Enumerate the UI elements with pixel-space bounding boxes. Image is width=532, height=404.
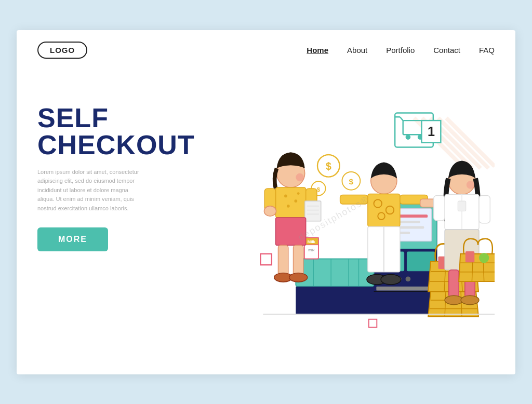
svg-point-60 <box>284 194 287 197</box>
svg-point-100 <box>461 295 479 304</box>
svg-point-63 <box>297 192 300 195</box>
svg-point-61 <box>294 199 297 203</box>
nav-contact[interactable]: Contact <box>433 46 460 55</box>
svg-text:milk: milk <box>308 248 315 251</box>
scene-svg: $ $ $ 1 <box>172 84 495 354</box>
svg-rect-95 <box>434 195 445 220</box>
main-content: SELF CHECKOUT Lorem ipsum dolor sit amet… <box>17 68 515 374</box>
svg-line-15 <box>400 117 403 120</box>
navigation: Home About Portfolio Contact FAQ <box>307 46 495 55</box>
svg-rect-6 <box>369 319 377 327</box>
svg-point-88 <box>381 274 401 284</box>
svg-point-17 <box>406 134 411 140</box>
svg-rect-59 <box>276 187 306 217</box>
svg-rect-33 <box>376 286 432 290</box>
illustration: depositphotos® $ <box>172 84 495 354</box>
left-panel: SELF CHECKOUT Lorem ipsum dolor sit amet… <box>37 84 172 354</box>
header: LOGO Home About Portfolio Contact FAQ <box>17 30 515 68</box>
svg-rect-72 <box>276 218 306 245</box>
svg-point-62 <box>287 204 290 207</box>
svg-point-99 <box>445 295 463 304</box>
hero-description: Lorem ipsum dolor sit amet, consectetur … <box>37 168 141 213</box>
svg-rect-40 <box>296 286 374 314</box>
svg-rect-97 <box>449 270 459 297</box>
svg-rect-83 <box>340 195 368 204</box>
svg-point-106 <box>479 252 489 262</box>
svg-rect-105 <box>466 251 474 262</box>
svg-point-90 <box>467 181 475 189</box>
more-button[interactable]: MORE <box>37 227 108 251</box>
svg-rect-78 <box>368 194 400 226</box>
svg-text:$: $ <box>349 177 354 186</box>
svg-rect-73 <box>278 245 288 275</box>
svg-point-76 <box>289 273 308 281</box>
page-wrapper: LOGO Home About Portfolio Contact FAQ SE… <box>17 30 515 374</box>
svg-text:$: $ <box>326 160 331 172</box>
nav-home[interactable]: Home <box>307 46 328 55</box>
svg-text:1: 1 <box>428 124 435 139</box>
nav-faq[interactable]: FAQ <box>479 46 495 55</box>
svg-rect-35 <box>296 259 374 286</box>
svg-point-32 <box>406 276 411 281</box>
svg-rect-94 <box>479 195 490 223</box>
svg-point-67 <box>264 206 276 216</box>
nav-portfolio[interactable]: Portfolio <box>386 46 415 55</box>
svg-point-58 <box>296 173 304 181</box>
hero-title: SELF CHECKOUT <box>37 104 172 158</box>
svg-rect-34 <box>371 291 437 314</box>
svg-rect-74 <box>294 245 303 275</box>
svg-rect-5 <box>261 253 272 264</box>
svg-text:Milk: Milk <box>308 239 316 244</box>
logo[interactable]: LOGO <box>37 42 87 59</box>
nav-about[interactable]: About <box>347 46 367 55</box>
svg-rect-93 <box>458 201 466 211</box>
svg-rect-68 <box>305 201 321 221</box>
